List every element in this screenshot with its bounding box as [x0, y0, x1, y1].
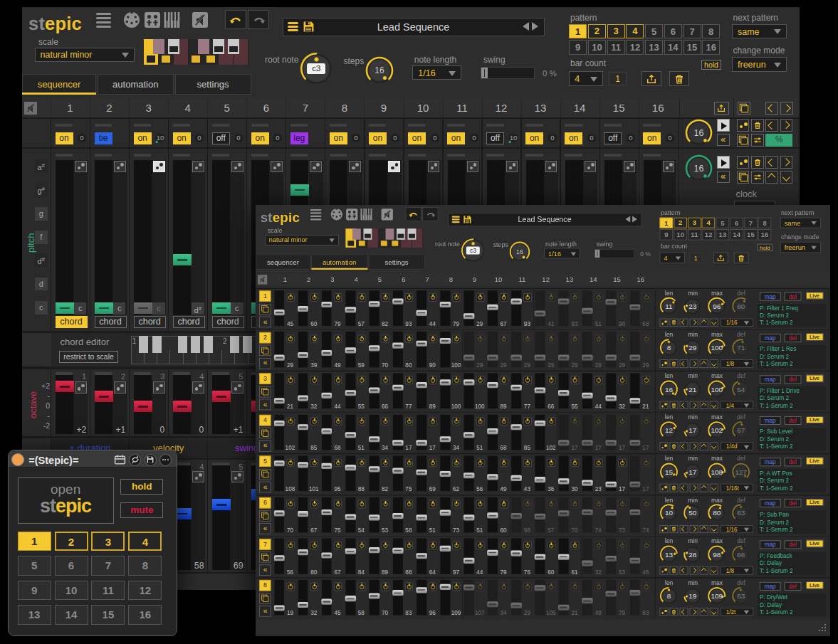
- svg-text:17: 17: [688, 426, 697, 434]
- svg-text:0: 0: [629, 134, 632, 142]
- svg-text:16: 16: [693, 164, 703, 174]
- svg-text:67: 67: [737, 426, 745, 434]
- svg-text:63: 63: [737, 509, 745, 517]
- svg-text:109: 109: [711, 592, 723, 600]
- svg-text:0: 0: [550, 134, 554, 142]
- svg-text:16: 16: [516, 248, 523, 255]
- svg-text:0: 0: [394, 134, 397, 142]
- svg-text:108: 108: [711, 468, 723, 475]
- svg-text:71: 71: [737, 344, 745, 352]
- svg-text:10: 10: [509, 134, 517, 142]
- svg-text:17: 17: [688, 468, 697, 475]
- svg-text:0: 0: [355, 134, 358, 142]
- svg-text:11: 11: [665, 302, 673, 310]
- svg-text:0: 0: [590, 134, 593, 142]
- svg-text:12: 12: [665, 426, 674, 434]
- svg-text:98: 98: [713, 551, 721, 559]
- svg-text:13: 13: [665, 551, 674, 559]
- svg-text:0: 0: [197, 134, 201, 142]
- svg-text:8: 8: [667, 344, 671, 352]
- svg-text:16: 16: [693, 128, 703, 138]
- svg-text:63: 63: [737, 592, 745, 600]
- svg-text:21: 21: [688, 385, 697, 393]
- svg-text:80: 80: [713, 509, 721, 517]
- svg-text:29: 29: [688, 344, 697, 352]
- svg-text:16: 16: [375, 65, 384, 75]
- svg-text:80: 80: [737, 302, 745, 310]
- svg-text:102: 102: [711, 426, 723, 434]
- svg-text:23: 23: [688, 302, 697, 310]
- svg-text:100: 100: [711, 385, 723, 393]
- svg-text:15: 15: [665, 468, 674, 475]
- svg-text:28: 28: [688, 551, 697, 559]
- svg-text:66: 66: [737, 551, 745, 559]
- svg-text:100: 100: [711, 344, 723, 352]
- svg-text:10: 10: [157, 134, 164, 142]
- svg-text:0: 0: [668, 134, 671, 142]
- svg-text:0: 0: [237, 134, 241, 142]
- svg-text:10: 10: [665, 509, 674, 517]
- svg-text:96: 96: [713, 302, 721, 310]
- svg-text:54: 54: [737, 385, 745, 393]
- svg-text:0: 0: [276, 134, 280, 142]
- svg-text:0: 0: [433, 134, 436, 142]
- svg-text:16: 16: [665, 385, 674, 393]
- svg-text:0: 0: [472, 134, 476, 142]
- svg-text:127: 127: [735, 468, 748, 475]
- svg-text:0: 0: [80, 134, 83, 142]
- svg-text:19: 19: [688, 592, 697, 600]
- svg-text:50: 50: [688, 509, 697, 517]
- svg-text:8: 8: [667, 592, 671, 600]
